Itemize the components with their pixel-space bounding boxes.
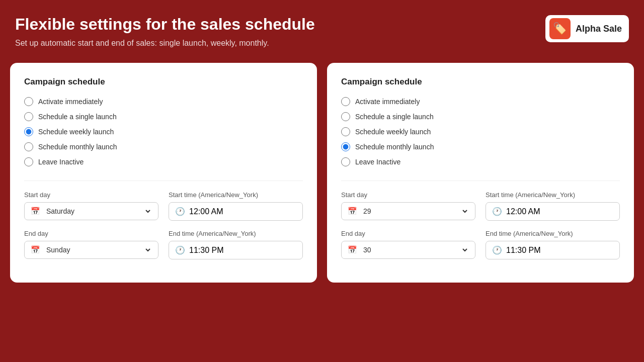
end-time-display-right: 🕐 11:30 PM xyxy=(486,241,620,259)
end-day-select-wrapper-left[interactable]: 📅 Sunday Saturday Monday Tuesday Wednesd… xyxy=(24,241,158,259)
clock-icon-start-right: 🕐 xyxy=(492,207,502,216)
end-day-group-left: End day 📅 Sunday Saturday Monday Tuesday… xyxy=(24,230,158,259)
fields-row-bottom-left: End day 📅 Sunday Saturday Monday Tuesday… xyxy=(24,230,303,259)
end-time-group-right: End time (America/New_York) 🕐 11:30 PM xyxy=(486,230,620,259)
start-time-label-left: Start time (America/New_York) xyxy=(169,191,303,199)
fields-right: Start day 📅 29 1234 5678 910283031 Start… xyxy=(341,180,620,259)
radio-weekly-launch-left[interactable]: Schedule weekly launch xyxy=(24,127,303,136)
start-day-select-right[interactable]: 29 1234 5678 910283031 xyxy=(361,207,469,216)
radio-input-monthly-left[interactable] xyxy=(24,142,33,151)
radio-leave-inactive-left[interactable]: Leave Inactive xyxy=(24,157,303,166)
radio-single-launch-left[interactable]: Schedule a single launch xyxy=(24,112,303,121)
end-day-label-left: End day xyxy=(24,230,158,237)
radio-input-single-left[interactable] xyxy=(24,112,33,121)
clock-icon-end-right: 🕐 xyxy=(492,245,502,255)
start-day-label-right: Start day xyxy=(341,191,475,199)
radio-label-inactive-right: Leave Inactive xyxy=(355,158,400,166)
start-time-value-left: 12:00 AM xyxy=(189,207,223,216)
brand-logo: 🏷️ Alpha Sale xyxy=(545,15,629,42)
radio-label-single-right: Schedule a single launch xyxy=(355,113,434,121)
fields-left: Start day 📅 Saturday Sunday Monday Tuesd… xyxy=(24,180,303,259)
radio-label-monthly-right: Schedule monthly launch xyxy=(355,143,434,151)
radio-input-single-right[interactable] xyxy=(341,112,350,121)
start-day-select-wrapper-right[interactable]: 📅 29 1234 5678 910283031 xyxy=(341,202,475,220)
radio-input-monthly-right[interactable] xyxy=(341,142,350,151)
page-subtitle: Set up automatic start and end of sales:… xyxy=(15,39,315,48)
radio-weekly-launch-right[interactable]: Schedule weekly launch xyxy=(341,127,620,136)
end-day-select-right[interactable]: 30 12282931 xyxy=(361,245,469,254)
fields-row-top-left: Start day 📅 Saturday Sunday Monday Tuesd… xyxy=(24,191,303,221)
end-time-display-left: 🕐 11:30 PM xyxy=(169,241,303,259)
start-time-group-left: Start time (America/New_York) 🕐 12:00 AM xyxy=(169,191,303,221)
end-day-label-right: End day xyxy=(341,230,475,237)
start-time-value-right: 12:00 AM xyxy=(506,207,540,216)
radio-input-activate-left[interactable] xyxy=(24,97,33,106)
radio-activate-immediately-right[interactable]: Activate immediately xyxy=(341,97,620,106)
start-day-group-right: Start day 📅 29 1234 5678 910283031 xyxy=(341,191,475,221)
cards-container: Campaign schedule Activate immediately S… xyxy=(0,58,644,293)
brand-name: Alpha Sale xyxy=(576,24,622,34)
page-title: Flexible settings for the sales schedule xyxy=(15,15,315,34)
radio-input-inactive-left[interactable] xyxy=(24,157,33,166)
radio-group-left: Activate immediately Schedule a single l… xyxy=(24,97,303,166)
radio-input-weekly-left[interactable] xyxy=(24,127,33,136)
radio-single-launch-right[interactable]: Schedule a single launch xyxy=(341,112,620,121)
calendar-icon-end-left: 📅 xyxy=(31,245,40,254)
fields-row-top-right: Start day 📅 29 1234 5678 910283031 Start… xyxy=(341,191,620,221)
calendar-icon-left: 📅 xyxy=(31,207,40,216)
calendar-icon-start-right: 📅 xyxy=(348,207,357,216)
radio-input-weekly-right[interactable] xyxy=(341,127,350,136)
calendar-icon-end-right: 📅 xyxy=(348,245,357,254)
card-right: Campaign schedule Activate immediately S… xyxy=(327,63,634,283)
radio-monthly-launch-right[interactable]: Schedule monthly launch xyxy=(341,142,620,151)
end-time-value-left: 11:30 PM xyxy=(189,246,223,255)
radio-label-inactive-left: Leave Inactive xyxy=(38,158,84,166)
end-day-group-right: End day 📅 30 12282931 xyxy=(341,230,475,259)
card-right-title: Campaign schedule xyxy=(341,77,620,87)
end-time-group-left: End time (America/New_York) 🕐 11:30 PM xyxy=(169,230,303,259)
radio-monthly-launch-left[interactable]: Schedule monthly launch xyxy=(24,142,303,151)
end-time-label-left: End time (America/New_York) xyxy=(169,230,303,237)
card-left: Campaign schedule Activate immediately S… xyxy=(10,63,317,283)
start-day-label-left: Start day xyxy=(24,191,158,199)
header-text: Flexible settings for the sales schedule… xyxy=(15,15,315,48)
radio-label-weekly-right: Schedule weekly launch xyxy=(355,128,431,136)
radio-input-inactive-right[interactable] xyxy=(341,157,350,166)
end-time-value-right: 11:30 PM xyxy=(506,246,540,255)
end-time-label-right: End time (America/New_York) xyxy=(486,230,620,237)
radio-leave-inactive-right[interactable]: Leave Inactive xyxy=(341,157,620,166)
clock-icon-start-left: 🕐 xyxy=(175,207,185,216)
start-day-select-wrapper-left[interactable]: 📅 Saturday Sunday Monday Tuesday Wednesd… xyxy=(24,202,158,220)
radio-activate-immediately-left[interactable]: Activate immediately xyxy=(24,97,303,106)
header: Flexible settings for the sales schedule… xyxy=(0,0,644,58)
radio-group-right: Activate immediately Schedule a single l… xyxy=(341,97,620,166)
card-left-title: Campaign schedule xyxy=(24,77,303,87)
radio-label-activate-right: Activate immediately xyxy=(355,98,420,106)
radio-label-weekly-left: Schedule weekly launch xyxy=(38,128,114,136)
start-time-group-right: Start time (America/New_York) 🕐 12:00 AM xyxy=(486,191,620,221)
radio-input-activate-right[interactable] xyxy=(341,97,350,106)
radio-label-monthly-left: Schedule monthly launch xyxy=(38,143,117,151)
end-day-select-left[interactable]: Sunday Saturday Monday Tuesday Wednesday… xyxy=(44,245,152,254)
brand-icon: 🏷️ xyxy=(549,18,571,39)
start-time-display-right: 🕐 12:00 AM xyxy=(486,202,620,221)
start-day-select-left[interactable]: Saturday Sunday Monday Tuesday Wednesday… xyxy=(44,207,152,216)
radio-label-activate-left: Activate immediately xyxy=(38,98,103,106)
start-time-label-right: Start time (America/New_York) xyxy=(486,191,620,199)
start-time-display-left: 🕐 12:00 AM xyxy=(169,202,303,221)
clock-icon-end-left: 🕐 xyxy=(175,245,185,255)
radio-label-single-left: Schedule a single launch xyxy=(38,113,117,121)
start-day-group-left: Start day 📅 Saturday Sunday Monday Tuesd… xyxy=(24,191,158,221)
fields-row-bottom-right: End day 📅 30 12282931 End time (America/… xyxy=(341,230,620,259)
end-day-select-wrapper-right[interactable]: 📅 30 12282931 xyxy=(341,241,475,259)
